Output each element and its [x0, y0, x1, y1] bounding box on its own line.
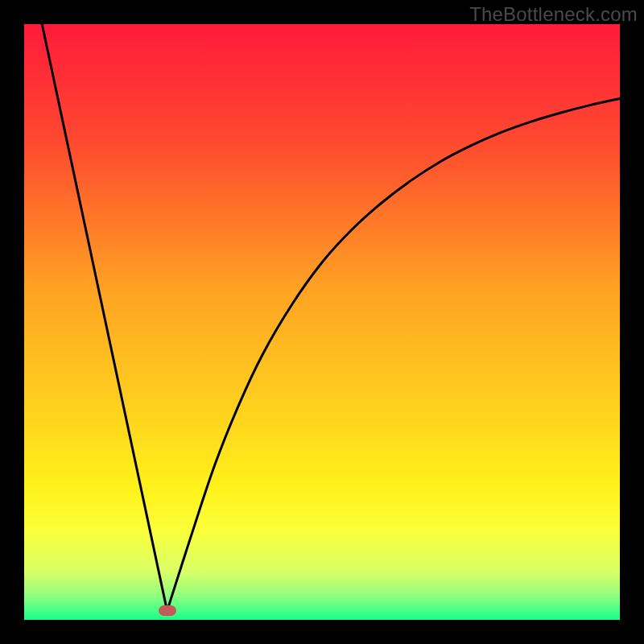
watermark-text: TheBottleneck.com [469, 3, 638, 26]
chart-svg [24, 24, 620, 620]
plot-area [24, 24, 620, 620]
minimum-marker [159, 605, 176, 616]
chart-frame: TheBottleneck.com [0, 0, 644, 644]
gradient-rect [24, 24, 620, 620]
